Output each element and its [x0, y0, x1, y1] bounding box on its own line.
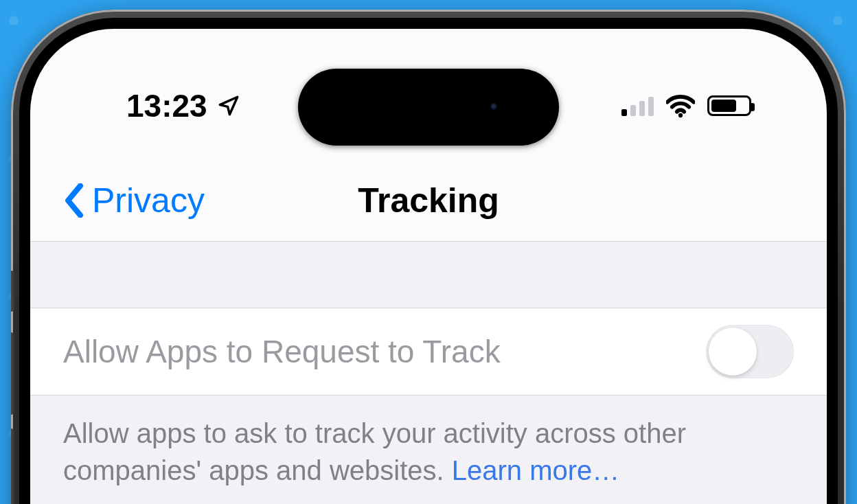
volume-down-button — [11, 428, 15, 504]
cellular-signal-icon — [621, 95, 654, 116]
allow-apps-to-track-row[interactable]: Allow Apps to Request to Track — [30, 308, 827, 396]
iphone-bezel: 13:23 — [19, 18, 838, 504]
learn-more-link[interactable]: Learn more… — [452, 455, 620, 485]
svg-point-0 — [678, 113, 683, 117]
back-button[interactable]: Privacy — [30, 181, 205, 220]
back-label: Privacy — [92, 181, 205, 220]
status-time: 13:23 — [126, 87, 207, 124]
group-spacer — [30, 242, 827, 308]
status-bar: 13:23 — [30, 82, 827, 129]
iphone-frame: 13:23 — [11, 10, 846, 504]
settings-content: Allow Apps to Request to Track Allow app… — [30, 242, 827, 504]
location-arrow-icon — [217, 94, 240, 117]
toggle-knob — [709, 328, 757, 376]
allow-apps-to-track-toggle[interactable] — [706, 325, 794, 378]
mute-switch — [11, 271, 15, 312]
battery-icon — [707, 95, 751, 116]
volume-up-button — [11, 332, 15, 415]
tracking-footer: Allow apps to ask to track your activity… — [30, 396, 827, 489]
page-title: Tracking — [358, 181, 499, 220]
iphone-screen: 13:23 — [30, 29, 827, 504]
status-bar-right — [621, 91, 751, 120]
chevron-left-icon — [62, 183, 87, 218]
status-bar-left: 13:23 — [126, 87, 240, 124]
wifi-icon — [666, 91, 695, 120]
allow-apps-to-track-label: Allow Apps to Request to Track — [63, 333, 501, 370]
nav-header: Privacy Tracking — [30, 159, 827, 242]
battery-fill — [711, 100, 736, 112]
